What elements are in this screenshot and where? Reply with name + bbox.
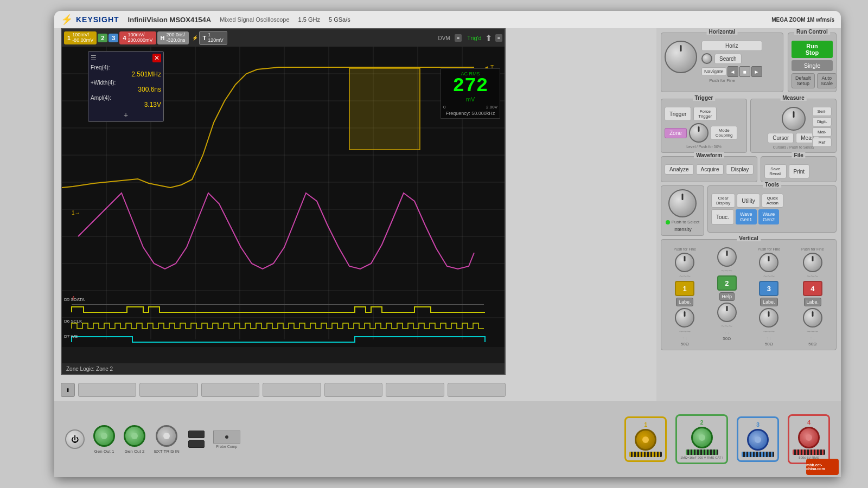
ch1-scale-knob[interactable] xyxy=(675,253,694,272)
ch4-label-button[interactable]: Labe. xyxy=(804,298,822,306)
ch1-button[interactable]: 1 100mV/ -80.00mV xyxy=(64,31,97,44)
ch1-push-fine: Push for Fine xyxy=(673,247,696,251)
gen-out2-label: Gen Out 2 xyxy=(125,449,145,454)
ch1-pos-knob[interactable] xyxy=(675,308,694,328)
ch2-help-button[interactable]: Help xyxy=(719,292,735,301)
display-button[interactable]: Display xyxy=(726,164,754,175)
navigate-button[interactable]: Navigate xyxy=(701,67,726,76)
measure-knob[interactable] xyxy=(782,107,806,131)
gen-out1-bnc[interactable] xyxy=(93,425,115,447)
wave-gen2-button[interactable]: WaveGen2 xyxy=(758,209,780,224)
quick-action-button[interactable]: QuickAction xyxy=(762,194,783,208)
power-button[interactable]: ⏻ xyxy=(65,429,85,449)
ch3-button[interactable]: 3 xyxy=(108,34,118,42)
wave-gen1-button[interactable]: WaveGen1 xyxy=(736,209,757,224)
dvm-scale-max: 2.00V xyxy=(486,105,497,110)
ch-h-values: 200.0ns/ -320.0ns xyxy=(167,33,186,43)
usb-port1[interactable] xyxy=(188,431,205,438)
ch1-badge[interactable]: 1 xyxy=(675,281,694,296)
horiz-button[interactable]: Horiz xyxy=(701,41,762,51)
force-trigger-button[interactable]: ForceTrigger xyxy=(693,107,717,121)
ch-t-button[interactable]: T 1 120mV xyxy=(199,31,227,45)
math-button[interactable]: Mat- xyxy=(812,127,832,137)
probe-comp-port: Probe Comp xyxy=(213,431,240,448)
probe-comp-label: Probe Comp xyxy=(216,445,237,448)
ch3-bnc[interactable] xyxy=(747,429,769,451)
cursor-button[interactable]: Cursor xyxy=(768,133,794,143)
intensity-section: Push to Select Intensity xyxy=(661,185,704,236)
gen-out2-bnc[interactable] xyxy=(124,425,145,447)
search-button[interactable]: Search xyxy=(714,54,742,64)
upload-button[interactable]: ⬆ xyxy=(61,383,75,397)
push-to-select-btn[interactable]: Push to Select xyxy=(666,220,700,224)
nav-right-button[interactable]: ► xyxy=(751,66,762,77)
ch2-pos-knob[interactable] xyxy=(717,303,737,322)
ch4-pos-knob[interactable] xyxy=(803,308,822,328)
clear-display-button[interactable]: ClearDisplay xyxy=(711,194,735,208)
search-knob[interactable] xyxy=(701,53,712,64)
usb-port2[interactable] xyxy=(188,440,205,448)
ref-button[interactable]: Ref xyxy=(812,138,832,147)
utility-button[interactable]: Utility xyxy=(737,194,760,208)
digits-button[interactable]: Digit- xyxy=(812,117,832,126)
trigger-button[interactable]: Trigger xyxy=(665,107,691,121)
ch1-bnc[interactable] xyxy=(635,429,656,451)
zone-button[interactable]: Zone xyxy=(665,128,687,138)
nav-stop-button[interactable]: ■ xyxy=(739,66,750,77)
ch4-button[interactable]: 4 100mV/ 200.000mV xyxy=(119,31,156,44)
model-name: InfiniiVision MSOX4154A xyxy=(128,16,212,24)
measurement-box: ☰ ✕ Freq(4): 2.501MHz +Width(4): 300.6ns… xyxy=(88,51,164,122)
ch4-bnc[interactable] xyxy=(798,427,820,448)
softkey5[interactable] xyxy=(324,383,382,397)
single-button[interactable]: Single xyxy=(792,60,833,71)
series-button[interactable]: Seri- xyxy=(812,107,832,116)
ch3-badge[interactable]: 3 xyxy=(759,281,778,296)
print-button[interactable]: Print xyxy=(789,164,810,178)
softkey2[interactable] xyxy=(139,383,197,397)
nav-left-button[interactable]: ◄ xyxy=(727,66,738,77)
trigger-level-knob[interactable] xyxy=(689,123,709,143)
ch2-button[interactable]: 2 xyxy=(98,34,107,42)
ch3-label-button[interactable]: Labe. xyxy=(760,298,778,306)
probe-comp-area[interactable] xyxy=(213,431,240,444)
touch-button[interactable]: Touc. xyxy=(711,209,734,224)
ch3-scale-knob[interactable] xyxy=(759,253,778,272)
softkey3[interactable] xyxy=(201,383,259,397)
analyze-button[interactable]: Analyze xyxy=(665,164,694,175)
ch2-badge[interactable]: 2 xyxy=(717,275,737,291)
status-bar: Zone Logic: Zone 2 xyxy=(62,363,505,374)
ch2-arrows: ↑↓ xyxy=(724,331,729,335)
horizontal-knob[interactable] xyxy=(665,41,697,73)
ch2-bnc[interactable] xyxy=(691,427,713,448)
softkey1[interactable] xyxy=(78,383,136,397)
ch4-bnc-center xyxy=(806,434,812,441)
intensity-dot-icon xyxy=(666,220,670,224)
softkey4[interactable] xyxy=(263,383,321,397)
ch3-wave-icon2: 〜〜〜 xyxy=(763,329,775,335)
softkey6[interactable] xyxy=(386,383,444,397)
ext-trig-bnc[interactable] xyxy=(156,425,177,447)
ch4-badge[interactable]: 4 xyxy=(803,281,822,296)
ch1-label-button[interactable]: Labe. xyxy=(676,298,694,306)
add-measurement-button[interactable]: + xyxy=(91,111,161,119)
run-stop-button[interactable]: RunStop xyxy=(792,41,833,58)
ch3-num: 3 xyxy=(112,35,115,41)
meas-close-button[interactable]: ✕ xyxy=(152,54,161,62)
display-menu-btn[interactable]: ≡ xyxy=(495,34,502,42)
save-recall-button[interactable]: SaveRecall xyxy=(764,164,786,178)
ch-h-label: H xyxy=(161,35,165,41)
auto-scale-button[interactable]: AutoScale xyxy=(817,73,837,88)
ch2-scale-knob[interactable] xyxy=(717,247,737,267)
ch3-pos-knob[interactable] xyxy=(759,308,778,328)
ch4-scale-knob[interactable] xyxy=(803,253,822,272)
trigger-section: Trigger Trigger ForceTrigger Zone ModeCo… xyxy=(661,99,747,153)
mode-coupling-button[interactable]: ModeCoupling xyxy=(711,126,738,140)
default-setup-button[interactable]: DefaultSetup xyxy=(792,73,815,88)
ch4-conn-label: 4 xyxy=(807,419,810,426)
dvm-value: 272 xyxy=(443,76,497,96)
acquire-button[interactable]: Acquire xyxy=(696,164,724,175)
dvm-menu-btn[interactable]: ≡ xyxy=(455,34,462,42)
ch-h-button[interactable]: H 200.0ns/ -320.0ns xyxy=(157,31,189,44)
softkey7[interactable] xyxy=(448,383,506,397)
intensity-knob[interactable] xyxy=(668,189,697,217)
